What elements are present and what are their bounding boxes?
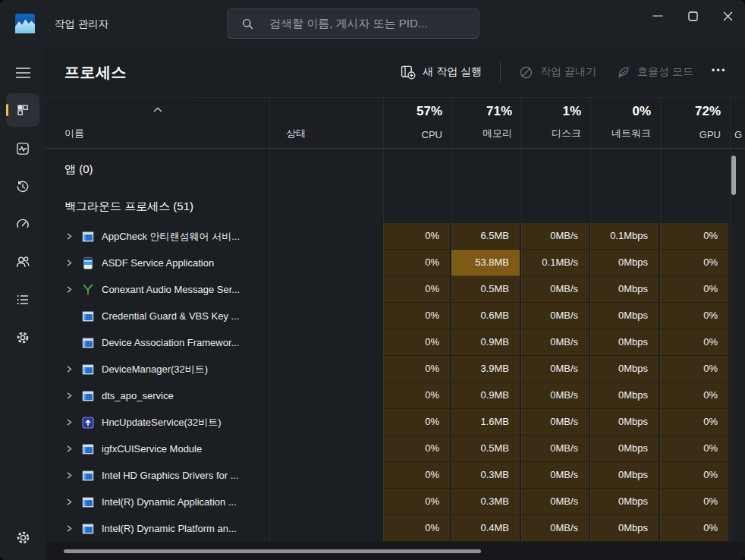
network-cell: 0Mbps: [590, 489, 660, 515]
conexant-audio-icon: [82, 284, 94, 296]
minimize-icon: [652, 11, 663, 21]
process-status-cell: [269, 462, 383, 489]
cpu-cell: 0%: [383, 356, 451, 382]
process-app-icon: [82, 390, 94, 402]
page-header: 프로세스 새 작업 실행: [46, 47, 745, 97]
column-header-disk[interactable]: 1% 디스크: [521, 98, 590, 148]
cpu-cell: 0%: [383, 329, 451, 356]
column-header-cpu[interactable]: 57% CPU: [383, 98, 451, 148]
app-window-icon: [82, 231, 94, 243]
gpu-engine-cell-clipped: [730, 409, 745, 436]
process-status-cell: [269, 329, 383, 356]
network-cell: 0Mbps: [590, 462, 660, 489]
gpu-cell: 0%: [660, 382, 730, 409]
process-name: HncUpdateService(32비트): [102, 416, 222, 429]
memory-cell: 0.4MB: [451, 515, 521, 542]
search-input[interactable]: 검색할 이름, 게시자 또는 PID...: [227, 8, 479, 39]
expand-chevron-icon[interactable]: [65, 285, 76, 294]
updater-icon: [82, 417, 94, 429]
column-header-memory[interactable]: 71% 메모리: [451, 98, 521, 148]
expand-chevron-icon[interactable]: [65, 524, 76, 533]
process-app-icon: [82, 443, 94, 455]
horizontal-scrollbar-thumb[interactable]: [64, 549, 481, 553]
disk-cell: 0MB/s: [521, 409, 590, 436]
process-row[interactable]: Credential Guard & VBS Key ... 0% 0.6MB …: [46, 303, 745, 329]
sidebar-item-startup-apps[interactable]: [6, 207, 39, 241]
gpu-engine-cell-clipped: [730, 276, 745, 303]
process-row[interactable]: dts_apo_service 0% 0.9MB 0MB/s 0Mbps 0%: [46, 382, 745, 409]
run-new-task-button[interactable]: 새 작업 실행: [393, 58, 489, 86]
process-name-cell: Intel HD Graphics Drivers for ...: [46, 462, 269, 489]
gpu-cell: 0%: [660, 489, 730, 515]
column-header-network[interactable]: 0% 네트워크: [590, 98, 660, 148]
gpu-engine-cell-clipped: [730, 356, 745, 382]
column-header-status[interactable]: 상태: [269, 98, 383, 148]
cpu-cell: 0%: [383, 515, 451, 542]
cpu-cell: 0%: [383, 462, 451, 489]
minimize-button[interactable]: [640, 0, 675, 32]
more-options-button[interactable]: •••: [706, 59, 733, 85]
sidebar-item-details[interactable]: [6, 283, 39, 316]
process-row[interactable]: DeviceManager(32비트) 0% 3.9MB 0MB/s 0Mbps…: [46, 356, 745, 382]
process-row[interactable]: ASDF Service Application 0% 53.8MB 0.1MB…: [46, 250, 745, 276]
process-row[interactable]: AppCheck 안티랜섬웨어 서비... 0% 6.5MB 0MB/s 0.1…: [46, 223, 745, 250]
expand-chevron-icon[interactable]: [65, 392, 76, 400]
app-window-icon: [82, 443, 94, 455]
gpu-cell: 0%: [660, 276, 730, 303]
maximize-button[interactable]: [675, 0, 710, 32]
close-button[interactable]: [710, 0, 745, 32]
hamburger-menu-button[interactable]: [6, 56, 39, 90]
expand-chevron-icon[interactable]: [65, 498, 76, 506]
process-name-cell: ASDF Service Application: [46, 250, 269, 276]
disk-cell: 0MB/s: [521, 462, 590, 489]
group-header-background-processes[interactable]: 백그라운드 프로세스 (51): [46, 190, 745, 223]
process-row[interactable]: Intel HD Graphics Drivers for ... 0% 0.3…: [46, 462, 745, 489]
disk-cell: 0MB/s: [521, 329, 590, 356]
process-row[interactable]: Conexant Audio Message Ser... 0% 0.5MB 0…: [46, 276, 745, 303]
expand-chevron-icon[interactable]: [65, 445, 76, 453]
gpu-cell: 0%: [660, 223, 730, 250]
expand-chevron-icon[interactable]: [65, 232, 76, 241]
services-cog-icon: [15, 330, 30, 345]
app-window-icon: [82, 496, 94, 508]
app-window-icon: [82, 337, 94, 349]
process-row[interactable]: Intel(R) Dynamic Application ... 0% 0.3M…: [46, 489, 745, 515]
process-row[interactable]: Device Association Framewor... 0% 0.9MB …: [46, 329, 745, 356]
expand-chevron-icon[interactable]: [65, 365, 76, 373]
sidebar-item-services[interactable]: [6, 321, 39, 354]
gpu-engine-cell-clipped: [730, 303, 745, 329]
process-row[interactable]: HncUpdateService(32비트) 0% 1.6MB 0MB/s 0M…: [46, 409, 745, 436]
process-row[interactable]: Intel(R) Dynamic Platform an... 0% 0.4MB…: [46, 515, 745, 542]
column-header-gpu[interactable]: 72% GPU: [660, 98, 730, 148]
column-header-name[interactable]: 이름: [46, 98, 269, 148]
network-cell: 0Mbps: [590, 515, 660, 542]
expand-chevron-icon[interactable]: [65, 259, 76, 267]
vertical-scrollbar-thumb[interactable]: [731, 156, 736, 195]
expand-chevron-icon[interactable]: [65, 418, 76, 426]
sidebar-item-processes[interactable]: [6, 93, 39, 127]
end-task-button[interactable]: 작업 끝내기: [511, 59, 604, 86]
process-row[interactable]: igfxCUIService Module 0% 0.5MB 0MB/s 0Mb…: [46, 436, 745, 462]
gpu-cell: 0%: [660, 303, 730, 329]
cpu-cell: 0%: [383, 250, 451, 276]
settings-button[interactable]: [6, 521, 39, 554]
end-task-icon: [519, 65, 533, 80]
process-name: dts_apo_service: [102, 390, 174, 401]
maximize-icon: [688, 11, 698, 21]
sidebar-item-performance[interactable]: [6, 132, 39, 165]
gear-icon: [15, 530, 31, 546]
cpu-cell: 0%: [383, 303, 451, 329]
sidebar-item-users[interactable]: [6, 245, 39, 278]
column-header-gpu-engine-clipped[interactable]: G: [730, 98, 745, 148]
disk-cell: 0MB/s: [521, 303, 590, 329]
network-cell: 0Mbps: [590, 303, 660, 329]
disk-cell: 0MB/s: [521, 436, 590, 462]
sidebar-item-app-history[interactable]: [6, 170, 39, 203]
group-header-apps[interactable]: 앱 (0): [46, 149, 745, 190]
gpu-cell: 0%: [660, 356, 730, 382]
disk-cell: 0MB/s: [521, 489, 590, 515]
process-name: Intel(R) Dynamic Platform an...: [102, 523, 237, 534]
expand-chevron-icon[interactable]: [65, 471, 76, 480]
efficiency-mode-button[interactable]: 효율성 모드: [608, 59, 701, 86]
processes-icon: [15, 102, 30, 118]
